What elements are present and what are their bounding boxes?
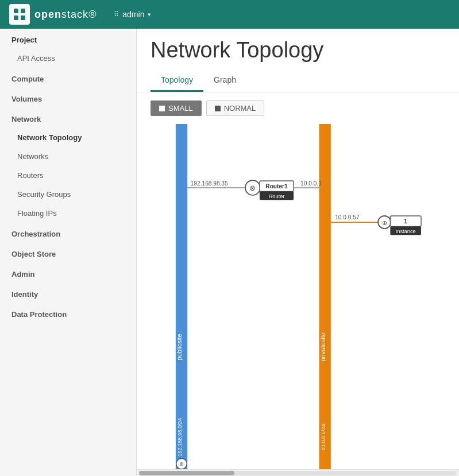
svg-text:10.0.0.57: 10.0.0.57 [335, 214, 360, 220]
sidebar-item-admin[interactable]: Admin [0, 263, 136, 283]
main-layout: Project API Access Compute Volumes Netwo… [0, 29, 459, 476]
svg-text:⊗: ⊗ [179, 461, 184, 467]
sidebar-item-networks[interactable]: Networks [0, 147, 136, 166]
svg-text:Instance: Instance [396, 229, 416, 234]
chevron-down-icon: ▾ [148, 11, 151, 18]
svg-rect-3 [21, 16, 25, 20]
content-area: Network Topology Topology Graph SMALL NO… [137, 29, 459, 476]
logo-area: openstack® [9, 4, 97, 25]
scrollbar-thumb[interactable] [139, 471, 234, 475]
view-controls: SMALL NORMAL [137, 92, 459, 124]
svg-text:1: 1 [404, 218, 407, 225]
normal-label: NORMAL [224, 104, 256, 113]
tab-topology[interactable]: Topology [151, 69, 203, 92]
svg-text:Router1: Router1 [265, 183, 288, 189]
grid-icon: ⠿ [114, 10, 119, 18]
admin-menu[interactable]: ⠿ admin ▾ [114, 10, 151, 19]
scrollbar-track[interactable] [139, 471, 457, 475]
svg-text:Router: Router [269, 194, 285, 199]
svg-text:10.0.0.1: 10.0.0.1 [300, 180, 322, 187]
sidebar-item-orchestration[interactable]: Orchestration [0, 223, 136, 243]
topbar: openstack® ⠿ admin ▾ [0, 0, 459, 29]
small-dot-icon [159, 106, 165, 111]
scrollbar-area [137, 469, 459, 476]
sidebar: Project API Access Compute Volumes Netwo… [0, 29, 137, 476]
sidebar-item-network[interactable]: Network [0, 108, 136, 128]
sidebar-item-identity[interactable]: Identity [0, 283, 136, 303]
topology-svg: 192.168.98.35 10.0.0.1 10.0.0.57 ⊗ Route… [137, 124, 459, 469]
tabs: Topology Graph [151, 69, 445, 92]
sidebar-item-routers[interactable]: Routers [0, 166, 136, 185]
svg-text:192.168.98.35: 192.168.98.35 [191, 180, 228, 187]
normal-dot-icon [215, 106, 221, 111]
view-normal-button[interactable]: NORMAL [206, 100, 265, 116]
sidebar-item-network-topology[interactable]: Network Topology [0, 128, 136, 147]
sidebar-item-volumes[interactable]: Volumes [0, 88, 136, 108]
svg-text:10.0.0.0/24: 10.0.0.0/24 [321, 424, 326, 450]
small-label: SMALL [168, 104, 193, 113]
page-title: Network Topology [151, 38, 445, 63]
svg-text:privatesite: privatesite [319, 332, 326, 362]
sidebar-project-header: Project [0, 29, 136, 49]
svg-text:⊕: ⊕ [382, 219, 387, 226]
svg-text:publicsite: publicsite [176, 334, 183, 360]
sidebar-item-floating-ips[interactable]: Floating IPs [0, 204, 136, 223]
svg-rect-1 [21, 9, 25, 13]
view-small-button[interactable]: SMALL [151, 100, 202, 116]
sidebar-item-object-store[interactable]: Object Store [0, 243, 136, 263]
svg-text:192.168.98.0/24: 192.168.98.0/24 [177, 418, 183, 456]
sidebar-item-compute[interactable]: Compute [0, 68, 136, 88]
svg-rect-0 [14, 9, 18, 13]
svg-text:⊗: ⊗ [249, 184, 256, 192]
topology-canvas: 192.168.98.35 10.0.0.1 10.0.0.57 ⊗ Route… [137, 124, 459, 469]
logo-box [9, 4, 30, 25]
logo-text: openstack® [34, 9, 97, 21]
admin-label: admin [122, 10, 144, 19]
svg-rect-4 [176, 124, 187, 469]
sidebar-item-security-groups[interactable]: Security Groups [0, 185, 136, 204]
svg-rect-2 [14, 16, 18, 20]
svg-rect-5 [319, 124, 330, 469]
sidebar-item-data-protection[interactable]: Data Protection [0, 303, 136, 323]
sidebar-item-api-access[interactable]: API Access [0, 49, 136, 68]
page-header: Network Topology Topology Graph [137, 29, 459, 92]
tab-graph[interactable]: Graph [203, 69, 246, 92]
